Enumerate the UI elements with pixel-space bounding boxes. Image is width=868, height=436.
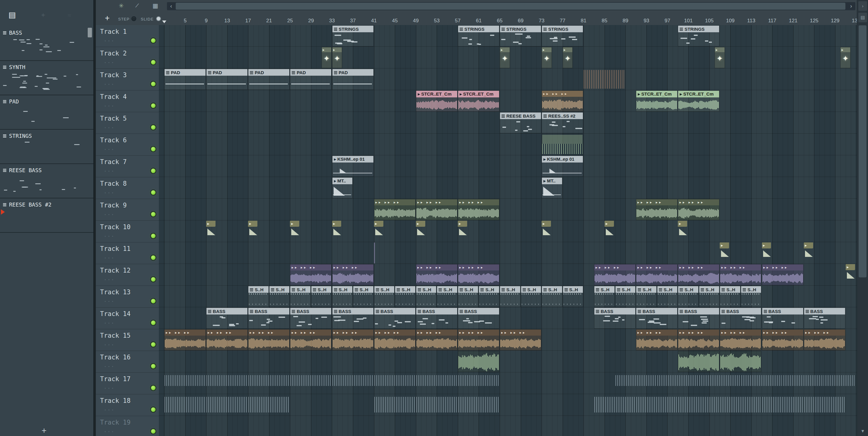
- clip-star[interactable]: ▸✦: [840, 47, 850, 68]
- scrollbar-corner-button[interactable]: ›: [858, 1, 867, 11]
- clip-str[interactable]: [164, 373, 206, 394]
- clip-reese-bass[interactable]: REESE BASS: [500, 112, 541, 133]
- clip-str[interactable]: [164, 395, 206, 415]
- track-header-track-6[interactable]: Track 6...: [96, 134, 159, 155]
- clip-str[interactable]: [416, 373, 458, 394]
- pattern-item-pad[interactable]: PAD: [0, 95, 93, 130]
- clip-aud[interactable]: ▸▸ ▸▸ ▸▸: [458, 199, 499, 220]
- clip-str[interactable]: [720, 395, 761, 415]
- scroll-right-icon[interactable]: ›: [847, 2, 855, 10]
- clip-aud[interactable]: ▸▸ ▸▸ ▸▸: [804, 329, 845, 350]
- track-mute-led[interactable]: [151, 299, 156, 303]
- clip-bass[interactable]: BASS: [206, 308, 248, 329]
- track-header-track-10[interactable]: Track 10...: [96, 221, 159, 242]
- clip-wedge[interactable]: ▸: [720, 242, 730, 264]
- clip-aud[interactable]: ▸▸ ▸▸ ▸▸: [594, 264, 636, 285]
- track-mute-led[interactable]: [151, 147, 156, 151]
- clip-bass[interactable]: BASS: [290, 308, 332, 329]
- track-header-track-14[interactable]: Track 14...: [96, 307, 159, 329]
- clip-pad[interactable]: PAD: [248, 69, 290, 90]
- clip-aud[interactable]: ▸▸ ▸▸ ▸▸: [416, 264, 458, 285]
- track-mute-led[interactable]: [151, 386, 156, 390]
- clip-stcr-et-cm[interactable]: ▸ STCR..ET_Cm: [416, 90, 458, 112]
- clip-bass[interactable]: BASS: [458, 308, 499, 329]
- clip-wedge[interactable]: ▸: [604, 221, 615, 242]
- track-header-track-19[interactable]: Track 19...: [96, 416, 159, 436]
- clip-aud[interactable]: ▸▸ ▸▸ ▸▸: [762, 264, 804, 285]
- clip-wedge[interactable]: ▸: [374, 221, 384, 242]
- track-header-track-2[interactable]: Track 2...: [96, 47, 159, 69]
- clip-sliver[interactable]: [374, 242, 375, 264]
- clip-wav[interactable]: [678, 351, 719, 372]
- track-header-track-12[interactable]: Track 12...: [96, 264, 159, 286]
- clip-star[interactable]: ▸✦: [500, 47, 510, 68]
- vertical-scrollbar-thumb[interactable]: [859, 25, 867, 278]
- clip-s-h[interactable]: S..H: [521, 286, 541, 307]
- track-mute-led[interactable]: [151, 321, 156, 325]
- clip-str[interactable]: [416, 395, 458, 415]
- clip-stcr-et-cm[interactable]: ▸ STCR..ET_Cm: [636, 90, 678, 112]
- panel-icon[interactable]: ▤: [858, 13, 867, 22]
- track-mute-led[interactable]: [151, 277, 156, 282]
- clip-strings[interactable]: STRINGS: [332, 25, 374, 47]
- clip-bass[interactable]: BASS: [636, 308, 678, 329]
- clip-aud[interactable]: ▸▸ ▸▸ ▸▸: [636, 264, 678, 285]
- clip-aud[interactable]: ▸▸ ▸▸ ▸▸: [678, 199, 719, 220]
- clip-aud[interactable]: ▸▸ ▸▸ ▸▸: [636, 329, 678, 350]
- clip-star[interactable]: ▸✦: [332, 47, 342, 68]
- clip-aud[interactable]: ▸▸ ▸▸ ▸▸: [332, 264, 374, 285]
- clip-s-h[interactable]: S..H: [290, 286, 311, 307]
- clip-wedge[interactable]: ▸: [762, 242, 772, 264]
- clip-str[interactable]: [290, 373, 332, 394]
- clip-aud[interactable]: ▸▸ ▸▸ ▸▸: [458, 264, 499, 285]
- clip-bass[interactable]: BASS: [804, 308, 845, 329]
- clip-bass[interactable]: BASS: [332, 308, 374, 329]
- clip-bass[interactable]: BASS: [762, 308, 804, 329]
- clip-aud[interactable]: ▸▸ ▸▸ ▸▸: [678, 329, 719, 350]
- sparkle-icon[interactable]: ✦: [40, 11, 46, 19]
- clip-aud[interactable]: ▸▸ ▸▸ ▸▸: [458, 329, 499, 350]
- clip-str[interactable]: [783, 373, 824, 394]
- clip-s-h[interactable]: S..H: [353, 286, 374, 307]
- clip-s-h[interactable]: S..H: [248, 286, 269, 307]
- clip-str[interactable]: [678, 395, 719, 415]
- window-icon[interactable]: ▤: [8, 10, 16, 20]
- clip-s-h[interactable]: S..H: [269, 286, 290, 307]
- clip-str[interactable]: [206, 395, 248, 415]
- clip-aud[interactable]: ▸▸ ▸▸ ▸▸: [720, 329, 761, 350]
- clip-bass[interactable]: BASS: [720, 308, 761, 329]
- clip-s-h[interactable]: S..H: [678, 286, 699, 307]
- clip-s-h[interactable]: S..H: [374, 286, 395, 307]
- track-mute-led[interactable]: [151, 169, 156, 173]
- clip-str[interactable]: [584, 69, 625, 90]
- clip-aud[interactable]: ▸▸ ▸▸ ▸▸: [248, 329, 290, 350]
- clip-strh[interactable]: [541, 134, 583, 155]
- track-header-track-3[interactable]: Track 3...: [96, 68, 159, 90]
- clip-strings[interactable]: STRINGS: [678, 25, 719, 47]
- pattern-item-synth[interactable]: SYNTH: [0, 61, 93, 95]
- clip-s-h[interactable]: S..H: [699, 286, 720, 307]
- clip-aud[interactable]: ▸▸ ▸▸ ▸▸: [206, 329, 248, 350]
- clip-s-h[interactable]: S..H: [395, 286, 415, 307]
- clip-str[interactable]: [332, 373, 374, 394]
- clip-wav[interactable]: [458, 351, 499, 372]
- clip-str[interactable]: [594, 395, 636, 415]
- track-mute-led[interactable]: [151, 212, 156, 216]
- clip-str[interactable]: [374, 373, 415, 394]
- clip-aud[interactable]: ▸▸ ▸▸ ▸▸: [374, 329, 415, 350]
- clip-bass[interactable]: BASS: [248, 308, 290, 329]
- track-mute-led[interactable]: [151, 234, 156, 238]
- clip-str[interactable]: [458, 373, 499, 394]
- clip-wedge[interactable]: ▸: [248, 221, 258, 242]
- track-header-track-7[interactable]: Track 7...: [96, 155, 159, 177]
- pattern-item-reese-bass-2[interactable]: REESE BASS #2: [0, 198, 93, 233]
- track-header-track-11[interactable]: Track 11...: [96, 242, 159, 264]
- clip-strings[interactable]: STRINGS: [458, 25, 499, 47]
- clip-s-h[interactable]: S..H: [563, 286, 584, 307]
- track-header-track-4[interactable]: Track 4...: [96, 90, 159, 112]
- scroll-left-icon[interactable]: ‹: [167, 2, 175, 10]
- vertical-scrollbar[interactable]: › ▤ ▾: [857, 0, 868, 436]
- clip-s-h[interactable]: S..H: [311, 286, 332, 307]
- clip-str[interactable]: [248, 395, 290, 415]
- clip-s-h[interactable]: S..H: [657, 286, 678, 307]
